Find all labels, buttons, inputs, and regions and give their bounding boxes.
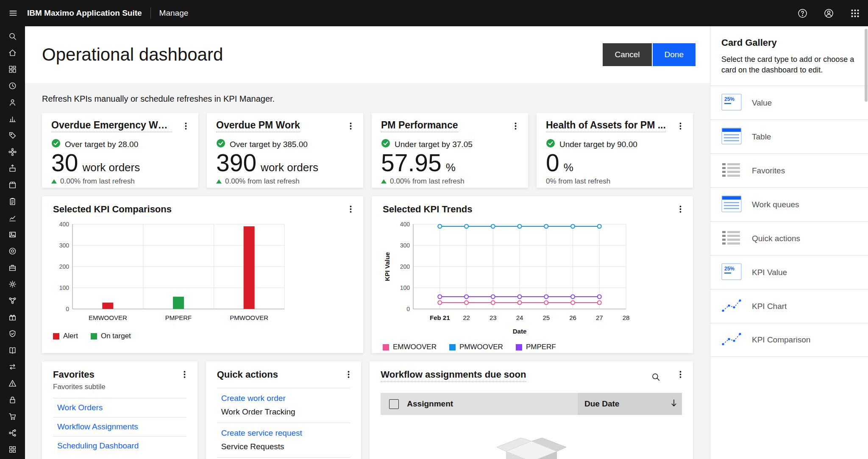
- gallery-item-work-queues[interactable]: Work queues: [710, 187, 868, 221]
- sidebar-icon-lock[interactable]: [0, 392, 25, 408]
- select-all-checkbox[interactable]: [389, 399, 399, 409]
- header-buttons: Cancel Done: [603, 43, 696, 66]
- sidebar-icon-recently-viewed[interactable]: [0, 78, 25, 94]
- kpi-comparisons-card: Selected KPI Comparisons 0100200300400EM…: [42, 196, 363, 353]
- favorite-link-workflow-assignments[interactable]: Workflow Assignments: [53, 417, 186, 436]
- favorites-list: Work OrdersWorkflow AssignmentsSchedulin…: [53, 398, 186, 455]
- cancel-button[interactable]: Cancel: [603, 43, 651, 66]
- svg-text:26: 26: [569, 314, 576, 321]
- kpi-value: 0: [546, 150, 559, 175]
- legend-swatch: [516, 344, 522, 351]
- trend-up-icon: [381, 177, 387, 186]
- kpi-status-text: Over target by 28.00: [65, 140, 138, 149]
- kpi-value: 390: [216, 150, 256, 175]
- sidebar-icon-images[interactable]: [0, 226, 25, 243]
- sidebar-icon-tags[interactable]: [0, 127, 25, 144]
- kpi-status: Under target by 90.00: [546, 139, 684, 150]
- sidebar-icon-safety[interactable]: [0, 243, 25, 259]
- app-switcher-icon[interactable]: [842, 0, 868, 26]
- favorites-card-menu-button[interactable]: [177, 367, 192, 382]
- favorites-card: Favorites Favorites subtile Work OrdersW…: [42, 362, 198, 459]
- table-header-row: Assignment Due Date: [381, 393, 682, 415]
- search-icon[interactable]: [648, 369, 663, 384]
- quick-actions-card-menu-button[interactable]: [341, 367, 356, 382]
- trends-card-menu-button[interactable]: [673, 201, 688, 217]
- sidebar-icon-assets[interactable]: [0, 144, 25, 160]
- sidebar-icon-security[interactable]: [0, 325, 25, 342]
- kpi-card-menu-button[interactable]: [508, 118, 523, 134]
- kpi-unit: work orders: [82, 161, 140, 174]
- kpi-trend: 0.00% from last refresh: [51, 177, 189, 186]
- sidebar-icon-reports[interactable]: [0, 111, 25, 127]
- bar-chart: 0100200300400EMWOOVERPMPERFPMWOOVER: [53, 221, 352, 327]
- kpi-trend: 0.00% from last refresh: [216, 177, 354, 186]
- gallery-item-label: Table: [752, 132, 771, 142]
- svg-text:KPI Value: KPI Value: [384, 252, 391, 281]
- legend-label: EMWOOVER: [393, 343, 437, 351]
- sidebar-icon-app-grid[interactable]: [0, 441, 25, 458]
- done-button[interactable]: Done: [653, 43, 696, 66]
- quick-action-link[interactable]: Create work order: [221, 393, 351, 403]
- comparisons-card-menu-button[interactable]: [343, 201, 358, 217]
- sidebar-icon-packages[interactable]: [0, 309, 25, 325]
- gallery-item-favorites[interactable]: Favorites: [710, 153, 868, 187]
- assignment-column-header[interactable]: Assignment: [407, 399, 578, 409]
- sidebar-icon-people[interactable]: [0, 94, 25, 111]
- menu-button[interactable]: [0, 0, 26, 26]
- sidebar-icon-documentation[interactable]: [0, 342, 25, 359]
- gallery-item-label: Value: [752, 98, 772, 108]
- sidebar-icon-purchasing[interactable]: [0, 408, 25, 425]
- value-card-icon: 25%: [721, 94, 742, 112]
- sort-descending-icon: [669, 398, 679, 410]
- gallery-item-kpi-comparison[interactable]: KPI Comparison: [710, 323, 868, 357]
- svg-text:27: 27: [596, 314, 603, 321]
- quick-action-create-service-request[interactable]: Create service requestService Requests: [217, 423, 351, 457]
- kpi-card-menu-button[interactable]: [178, 118, 193, 134]
- sidebar-icon-tools[interactable]: [0, 259, 25, 276]
- main-area: Operational dashboard Cancel Done Refres…: [25, 26, 710, 459]
- sidebar-icon-settings[interactable]: [0, 276, 25, 292]
- sidebar-icon-inventory[interactable]: [0, 177, 25, 193]
- gallery-item-kpi-chart[interactable]: KPI Chart: [710, 289, 868, 323]
- sidebar-icon-analytics[interactable]: [0, 210, 25, 226]
- kpi-card-menu-button[interactable]: [343, 118, 358, 134]
- kpi-status: Under target by 37.05: [381, 139, 519, 150]
- svg-text:24: 24: [516, 314, 523, 321]
- sidebar-icon-data-exchange[interactable]: [0, 359, 25, 375]
- sidebar-icon-search[interactable]: [0, 28, 25, 45]
- sidebar-icon-work-orders[interactable]: [0, 193, 25, 210]
- quick-action-link[interactable]: Create service request: [221, 428, 351, 438]
- gallery-item-table[interactable]: Table: [710, 120, 868, 153]
- card-gallery-title: Card Gallery: [721, 37, 857, 48]
- sidebar-icon-dashboard[interactable]: [0, 61, 25, 78]
- gallery-item-value[interactable]: 25%Value: [710, 86, 868, 120]
- workflow-card-menu-button[interactable]: [673, 367, 688, 382]
- sidebar-icon-alerts[interactable]: [0, 375, 25, 392]
- quick-action-app: Service Requests: [221, 441, 351, 452]
- quick-action-create-work-order[interactable]: Create work orderWork Order Tracking: [217, 388, 351, 423]
- kpi-trends-card: Selected KPI Trends 0100200300400Feb 212…: [372, 196, 693, 353]
- quick-action-create-purchase-request[interactable]: Create purchase request: [217, 457, 351, 459]
- favorites-title: Favorites: [53, 369, 186, 380]
- page-scrollbar[interactable]: [865, 29, 868, 102]
- sidebar-icon-workflow[interactable]: [0, 425, 25, 441]
- legend-item-pmwoover: PMWOOVER: [449, 343, 503, 351]
- favorite-link-work-orders[interactable]: Work Orders: [53, 398, 186, 417]
- kpi-trend-text: 0.00% from last refresh: [60, 177, 135, 186]
- gallery-item-quick-actions[interactable]: Quick actions: [710, 221, 868, 255]
- due-date-column-header[interactable]: Due Date: [578, 393, 682, 415]
- legend-label: PMWOOVER: [459, 343, 503, 351]
- kpi-status: Over target by 28.00: [51, 139, 189, 150]
- card-gallery-list: 25%ValueTableFavoritesWork queuesQuick a…: [710, 86, 868, 357]
- due-date-label: Due Date: [584, 399, 619, 409]
- sidebar-icon-home[interactable]: [0, 45, 25, 61]
- sidebar-icon-integration[interactable]: [0, 292, 25, 309]
- help-icon[interactable]: [789, 0, 815, 26]
- header-global-actions: [789, 0, 868, 26]
- kpi-card-menu-button[interactable]: [673, 118, 688, 134]
- favorite-link-scheduling-dashboard[interactable]: Scheduling Dashboard: [53, 436, 186, 455]
- user-avatar-icon[interactable]: [815, 0, 842, 26]
- sidebar-icon-issue-inventory[interactable]: [0, 160, 25, 177]
- gallery-item-kpi-value[interactable]: 25%KPI Value: [710, 255, 868, 289]
- gallery-item-label: KPI Chart: [752, 302, 787, 311]
